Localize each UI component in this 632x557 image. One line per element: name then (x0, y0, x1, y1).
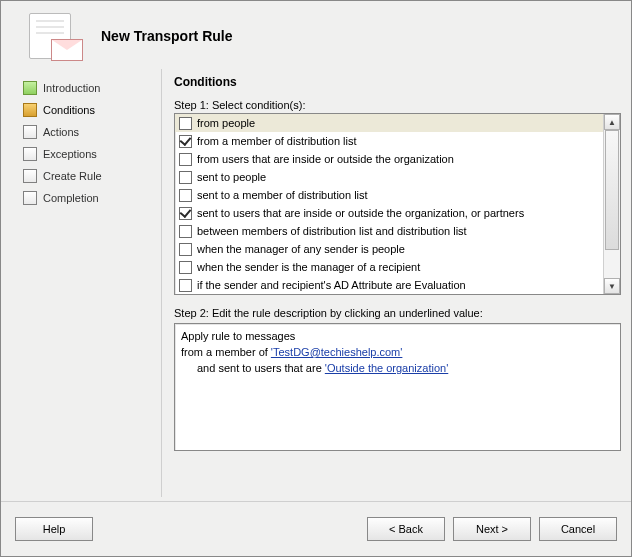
rule-description-box: Apply rule to messages from a member of … (174, 323, 621, 451)
condition-checkbox[interactable] (179, 225, 192, 238)
condition-label: from a member of distribution list (197, 135, 357, 147)
wizard-body: Introduction Conditions Actions Exceptio… (1, 69, 631, 497)
sidebar-step-conditions[interactable]: Conditions (23, 99, 155, 121)
rule-desc-line: from a member of 'TestDG@techieshelp.com… (181, 344, 614, 360)
transport-rule-icon (29, 13, 81, 59)
condition-row[interactable]: between members of distribution list and… (175, 222, 604, 240)
back-button[interactable]: < Back (367, 517, 445, 541)
condition-checkbox[interactable] (179, 279, 192, 292)
condition-row[interactable]: when the manager of any sender is people (175, 240, 604, 258)
condition-label: when the manager of any sender is people (197, 243, 405, 255)
sidebar-step-completion[interactable]: Completion (23, 187, 155, 209)
condition-label: sent to a member of distribution list (197, 189, 368, 201)
scroll-up-icon[interactable]: ▲ (604, 114, 620, 130)
sidebar-label: Create Rule (43, 170, 102, 182)
scroll-track[interactable] (604, 130, 620, 278)
sidebar-step-create-rule[interactable]: Create Rule (23, 165, 155, 187)
step-icon (23, 191, 37, 205)
section-heading: Conditions (174, 75, 621, 89)
rule-desc-line: and sent to users that are 'Outside the … (197, 360, 614, 376)
condition-label: from users that are inside or outside th… (197, 153, 454, 165)
rule-desc-line: Apply rule to messages (181, 328, 614, 344)
condition-label: sent to users that are inside or outside… (197, 207, 524, 219)
condition-checkbox[interactable] (179, 207, 192, 220)
help-button[interactable]: Help (15, 517, 93, 541)
condition-row[interactable]: if the sender and recipient's AD Attribu… (175, 276, 604, 294)
wizard-title: New Transport Rule (101, 28, 232, 44)
condition-row[interactable]: sent to people (175, 168, 604, 186)
condition-row[interactable]: sent to a member of distribution list (175, 186, 604, 204)
wizard-footer: Help < Back Next > Cancel (1, 501, 631, 556)
sidebar-label: Completion (43, 192, 99, 204)
wizard-sidebar: Introduction Conditions Actions Exceptio… (21, 69, 161, 497)
condition-row[interactable]: from a member of distribution list (175, 132, 604, 150)
condition-checkbox[interactable] (179, 135, 192, 148)
scroll-down-icon[interactable]: ▼ (604, 278, 620, 294)
listbox-scrollbar[interactable]: ▲ ▼ (603, 114, 620, 294)
next-button[interactable]: Next > (453, 517, 531, 541)
sidebar-label: Conditions (43, 104, 95, 116)
condition-checkbox[interactable] (179, 153, 192, 166)
sidebar-step-exceptions[interactable]: Exceptions (23, 143, 155, 165)
condition-row[interactable]: sent to users that are inside or outside… (175, 204, 604, 222)
condition-checkbox[interactable] (179, 189, 192, 202)
sidebar-step-actions[interactable]: Actions (23, 121, 155, 143)
wizard-main: Conditions Step 1: Select condition(s): … (164, 69, 621, 497)
conditions-list-scroll[interactable]: from people from a member of distributio… (175, 114, 604, 294)
step1-label: Step 1: Select condition(s): (174, 99, 621, 111)
cancel-button[interactable]: Cancel (539, 517, 617, 541)
condition-checkbox[interactable] (179, 261, 192, 274)
condition-checkbox[interactable] (179, 243, 192, 256)
condition-checkbox[interactable] (179, 171, 192, 184)
wizard-window: New Transport Rule Introduction Conditio… (0, 0, 632, 557)
conditions-listbox: from people from a member of distributio… (174, 113, 621, 295)
step-icon (23, 147, 37, 161)
condition-checkbox[interactable] (179, 117, 192, 130)
condition-row[interactable]: from users that are inside or outside th… (175, 150, 604, 168)
condition-row[interactable]: when the sender is the manager of a reci… (175, 258, 604, 276)
sidebar-label: Exceptions (43, 148, 97, 160)
sidebar-label: Introduction (43, 82, 100, 94)
step-icon (23, 103, 37, 117)
condition-label: when the sender is the manager of a reci… (197, 261, 420, 273)
condition-label: sent to people (197, 171, 266, 183)
condition-label: from people (197, 117, 255, 129)
rule-desc-text: and sent to users that are (197, 362, 325, 374)
step2-label: Step 2: Edit the rule description by cli… (174, 307, 621, 319)
step-icon (23, 169, 37, 183)
condition-row[interactable]: from people (175, 114, 604, 132)
scroll-thumb[interactable] (605, 130, 619, 250)
rule-link-distribution-list[interactable]: 'TestDG@techieshelp.com' (271, 346, 403, 358)
rule-desc-text: from a member of (181, 346, 271, 358)
vertical-divider (161, 69, 162, 497)
rule-link-scope[interactable]: 'Outside the organization' (325, 362, 448, 374)
wizard-header: New Transport Rule (1, 1, 631, 69)
sidebar-label: Actions (43, 126, 79, 138)
step-icon (23, 125, 37, 139)
step-icon (23, 81, 37, 95)
condition-label: if the sender and recipient's AD Attribu… (197, 279, 466, 291)
condition-label: between members of distribution list and… (197, 225, 467, 237)
sidebar-step-introduction[interactable]: Introduction (23, 77, 155, 99)
